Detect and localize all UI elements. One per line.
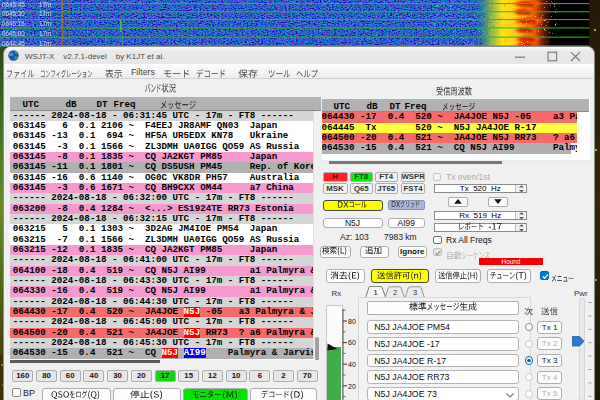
svg-text:1: 1	[373, 288, 377, 297]
svg-text:3: 3	[413, 288, 417, 297]
svg-text:2: 2	[393, 288, 397, 297]
svg-text:20: 20	[348, 383, 356, 390]
svg-text:40: 40	[348, 361, 356, 368]
svg-text:60: 60	[348, 339, 356, 346]
svg-text:80: 80	[348, 318, 356, 325]
